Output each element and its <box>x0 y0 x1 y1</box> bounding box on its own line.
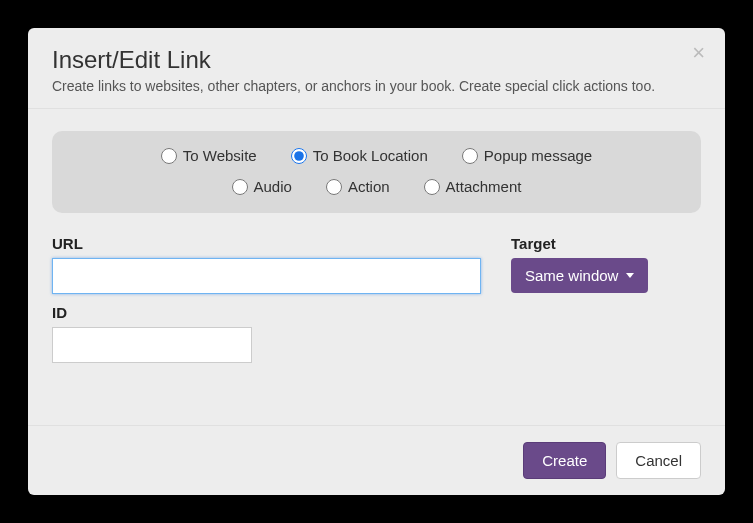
radio-row-2: Audio Action Attachment <box>70 178 683 195</box>
radio-attachment-input[interactable] <box>424 179 440 195</box>
close-icon[interactable]: × <box>692 42 705 64</box>
target-dropdown[interactable]: Same window <box>511 258 648 293</box>
radio-popup-input[interactable] <box>462 148 478 164</box>
radio-row-1: To Website To Book Location Popup messag… <box>70 147 683 164</box>
url-input[interactable] <box>52 258 481 294</box>
chevron-down-icon <box>626 273 634 278</box>
modal-header: Insert/Edit Link Create links to website… <box>28 28 725 109</box>
radio-attachment[interactable]: Attachment <box>424 178 522 195</box>
radio-to-book-location[interactable]: To Book Location <box>291 147 428 164</box>
radio-action-label: Action <box>348 178 390 195</box>
radio-to-book-location-input[interactable] <box>291 148 307 164</box>
link-type-panel: To Website To Book Location Popup messag… <box>52 131 701 213</box>
radio-attachment-label: Attachment <box>446 178 522 195</box>
target-dropdown-label: Same window <box>525 267 618 284</box>
radio-to-book-location-label: To Book Location <box>313 147 428 164</box>
radio-to-website-label: To Website <box>183 147 257 164</box>
radio-popup-label: Popup message <box>484 147 592 164</box>
id-label: ID <box>52 304 481 321</box>
modal-footer: Create Cancel <box>28 425 725 495</box>
modal-subtitle: Create links to websites, other chapters… <box>52 78 701 94</box>
modal-title: Insert/Edit Link <box>52 46 701 74</box>
radio-to-website[interactable]: To Website <box>161 147 257 164</box>
insert-link-modal: Insert/Edit Link Create links to website… <box>28 28 725 495</box>
radio-action-input[interactable] <box>326 179 342 195</box>
url-id-group: URL ID <box>52 235 481 363</box>
id-block: ID <box>52 304 481 363</box>
url-label: URL <box>52 235 481 252</box>
radio-audio[interactable]: Audio <box>232 178 292 195</box>
radio-action[interactable]: Action <box>326 178 390 195</box>
radio-audio-label: Audio <box>254 178 292 195</box>
target-label: Target <box>511 235 701 252</box>
target-group: Target Same window <box>511 235 701 363</box>
radio-to-website-input[interactable] <box>161 148 177 164</box>
radio-popup[interactable]: Popup message <box>462 147 592 164</box>
form-row: URL ID Target Same window <box>52 235 701 363</box>
modal-body: To Website To Book Location Popup messag… <box>28 109 725 425</box>
radio-audio-input[interactable] <box>232 179 248 195</box>
cancel-button[interactable]: Cancel <box>616 442 701 479</box>
id-input[interactable] <box>52 327 252 363</box>
create-button[interactable]: Create <box>523 442 606 479</box>
